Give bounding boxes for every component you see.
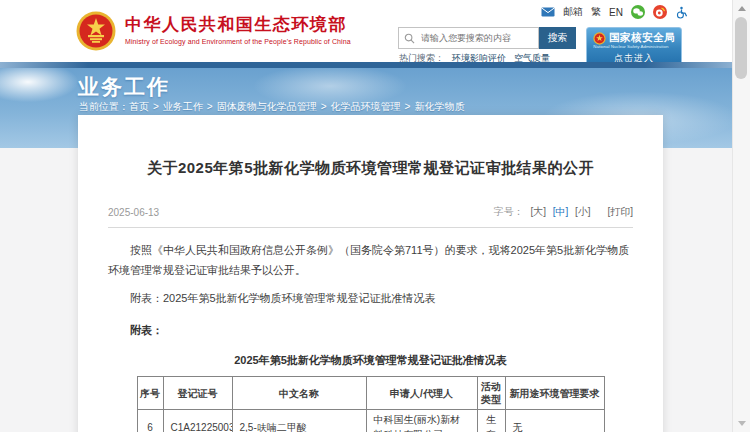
search-icon — [404, 33, 415, 44]
attachment-line: 附表：2025年第5批新化学物质环境管理常规登记证批准情况表 — [108, 291, 633, 306]
col-activity-type: 活动类型 — [477, 377, 505, 410]
breadcrumb-separator: > — [153, 101, 159, 112]
site-title: 中华人民共和国生态环境部 — [125, 14, 351, 36]
cell-cert-no: C1A212250032 — [163, 410, 232, 432]
traditional-chinese-link[interactable]: 繁 — [591, 5, 601, 19]
font-size-large[interactable]: [大] — [530, 206, 546, 217]
article-meta: 2025-06-13 字号： [大] [中] [小] [打印] — [108, 205, 633, 219]
content-card: 关于2025年第5批新化学物质环境管理常规登记证审批结果的公开 2025-06-… — [78, 115, 663, 432]
table-header-row: 序号 登记证号 中文名称 申请人/代理人 活动类型 新用途环境管理要求 — [137, 377, 604, 410]
breadcrumb-chemical-mgmt[interactable]: 化学品环境管理 — [331, 101, 401, 112]
section-title: 业务工作 — [78, 73, 170, 101]
search-input[interactable] — [419, 32, 523, 44]
cell-activity-type: 生产 — [477, 410, 505, 432]
breadcrumb-new-chemical[interactable]: 新化学物质 — [414, 101, 464, 112]
breadcrumb-separator: > — [321, 101, 327, 112]
mail-icon[interactable] — [541, 7, 555, 17]
breadcrumb-home[interactable]: 首页 — [129, 101, 149, 112]
vertical-scrollbar[interactable] — [732, 0, 750, 432]
scroll-down-arrow-icon[interactable] — [738, 421, 746, 426]
nnsa-emblem-icon — [593, 32, 606, 45]
col-serial: 序号 — [137, 377, 163, 410]
site-brand[interactable]: 中华人民共和国生态环境部 Ministry of Ecology and Env… — [76, 11, 351, 51]
cell-new-use-req: 无 — [505, 410, 604, 432]
breadcrumb-separator: > — [207, 101, 213, 112]
attachment-label: 附表： — [108, 323, 633, 338]
nnsa-entry-button[interactable]: 国家核安全局 National Nuclear Safety Administr… — [586, 27, 682, 66]
breadcrumb-solid-waste[interactable]: 固体废物与化学品管理 — [217, 101, 317, 112]
col-applicant: 申请人/代理人 — [366, 377, 477, 410]
approval-table-title: 2025年第5批新化学物质环境管理常规登记证批准情况表 — [108, 353, 633, 368]
breadcrumb: 当前位置：首页>业务工作>固体废物与化学品管理>化学品环境管理>新化学物质 — [79, 100, 464, 114]
scrollbar-thumb[interactable] — [735, 17, 747, 79]
article-paragraph: 按照《中华人民共和国政府信息公开条例》（国务院令第711号）的要求，现将2025… — [108, 240, 633, 280]
site-header: 中华人民共和国生态环境部 Ministry of Ecology and Env… — [0, 0, 733, 62]
search-row: 搜索 — [398, 27, 576, 49]
font-size-small[interactable]: [小] — [575, 206, 591, 217]
page: 中华人民共和国生态环境部 Ministry of Ecology and Env… — [0, 0, 750, 432]
wechat-icon[interactable] — [631, 5, 645, 19]
article-title: 关于2025年第5批新化学物质环境管理常规登记证审批结果的公开 — [108, 159, 633, 178]
font-size-label: 字号： — [494, 206, 524, 217]
search-button[interactable]: 搜索 — [539, 27, 576, 49]
breadcrumb-separator: > — [405, 101, 411, 112]
english-link[interactable]: EN — [609, 7, 623, 18]
col-cert-no: 登记证号 — [163, 377, 232, 410]
print-button[interactable]: [打印] — [607, 206, 633, 217]
breadcrumb-business[interactable]: 业务工作 — [163, 101, 203, 112]
font-size-medium[interactable]: [中] — [553, 206, 569, 217]
site-title-block: 中华人民共和国生态环境部 Ministry of Ecology and Env… — [125, 11, 351, 45]
font-size-controls: 字号： [大] [中] [小] [打印] — [490, 205, 633, 219]
accessibility-icon[interactable] — [675, 6, 688, 19]
col-chinese-name: 中文名称 — [232, 377, 366, 410]
national-emblem-icon — [76, 11, 116, 51]
nnsa-top: 国家核安全局 — [587, 28, 681, 45]
meta-divider — [108, 227, 633, 228]
weibo-icon[interactable] — [653, 5, 667, 19]
table-row: 6 C1A212250032 2,5-呋喃二甲酸 中科国生(丽水)新材料科技有限… — [137, 410, 604, 432]
breadcrumb-label: 当前位置： — [79, 101, 129, 112]
cell-applicant: 中科国生(丽水)新材料科技有限公司 — [366, 410, 477, 432]
col-new-use-req: 新用途环境管理要求 — [505, 377, 604, 410]
topbar: 邮箱 繁 EN — [541, 4, 688, 20]
approval-table: 序号 登记证号 中文名称 申请人/代理人 活动类型 新用途环境管理要求 6 C1… — [137, 376, 605, 432]
scroll-up-arrow-icon[interactable] — [738, 6, 746, 11]
search-box[interactable] — [398, 27, 539, 49]
nnsa-subtitle: National Nuclear Safety Administration — [593, 44, 645, 49]
nnsa-title: 国家核安全局 — [609, 31, 675, 45]
publish-date: 2025-06-13 — [108, 207, 159, 218]
article: 关于2025年第5批新化学物质环境管理常规登记证审批结果的公开 2025-06-… — [78, 115, 663, 432]
site-subtitle: Ministry of Ecology and Environment of t… — [125, 38, 351, 45]
cell-serial: 6 — [137, 410, 163, 432]
cell-chinese-name: 2,5-呋喃二甲酸 — [232, 410, 366, 432]
mail-link[interactable]: 邮箱 — [563, 5, 583, 19]
